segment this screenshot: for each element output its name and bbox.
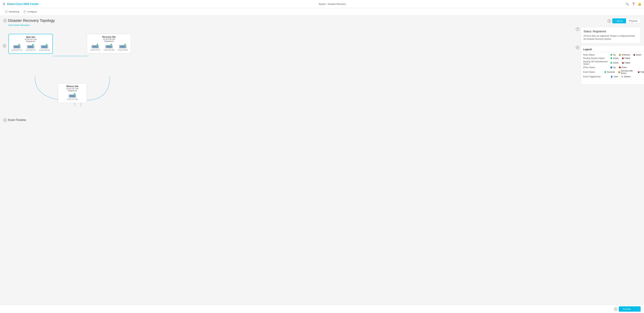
main-content: 2 Disaster Recovery Topology Show Detail… — [0, 16, 644, 135]
witness-site-nodes: 10.30.197.156 — [60, 93, 84, 100]
topology-canvas: 3 Main Site 10.30.197.145 Registered — [4, 27, 573, 116]
legend-text-unknown: Unknown — [622, 54, 630, 56]
legend-item-unknown: ⚠ Unknown — [619, 54, 630, 56]
red-dot-icon-4: ✖ — [638, 71, 640, 73]
legend-row-event-status: Event Status: Success ⚠ Success with Err… — [583, 70, 644, 74]
search-icon[interactable]: 🔍 — [626, 2, 629, 6]
tab-configure[interactable]: 5 Configure — [21, 8, 39, 16]
node-body-1 — [27, 45, 34, 48]
legend-item-success: Success — [604, 71, 615, 73]
status-description: All three sites are registered. Ready to… — [584, 34, 638, 40]
legend-section: 8 Legend Node Status: Up ⚠ Unknown — [576, 46, 640, 84]
legend-item-success-errors: ⚠ Success with Errors — [618, 70, 634, 74]
recovery-node-icon-1 — [105, 44, 113, 48]
legend-row-routing-vip: Routing VIP Advertisement Status: Active… — [583, 60, 644, 65]
logical-view-btn[interactable]: Logical — [612, 18, 626, 23]
tab-configure-label: Configure — [28, 10, 37, 13]
section-badge-4: 4 — [4, 118, 7, 122]
tab-monitoring[interactable]: 1 Monitoring — [3, 8, 21, 16]
witness-body-0 — [68, 94, 76, 98]
tabs-bar: 1 Monitoring 5 Configure — [0, 8, 644, 16]
help-icon[interactable]: ❓ — [632, 2, 635, 6]
show-detail-link[interactable]: Show Detail Information — [8, 24, 30, 26]
legend-text-vip-failed: Failed — [624, 62, 630, 64]
main-site-box: Main Site 10.30.197.145 Registered 10.30… — [8, 34, 53, 54]
legend-title: Legend — [583, 48, 644, 52]
legend-item-vip-active: Active — [610, 62, 619, 64]
witness-site-box: Witness Site 10.30.197.156 Registered 10… — [58, 83, 87, 103]
recovery-site-name: Recovery Site — [90, 36, 128, 38]
legend-text-user: User — [614, 76, 618, 78]
legend-label-triggered-by: Event Triggered by : — [583, 76, 610, 78]
recovery-node-2: 10.30.199.94 — [118, 44, 128, 51]
notifications-icon[interactable]: 🔔 — [638, 2, 641, 6]
legend-item-user: 👤 User — [610, 76, 618, 78]
view-toggle-group: 6 Logical Physical — [608, 18, 640, 23]
red-dot-icon-3: ✖ — [622, 62, 624, 64]
witness-node-ip-0: 10.30.197.156 — [67, 98, 78, 100]
legend-text-down: Down — [636, 54, 641, 56]
main-site-name: Main Site — [11, 36, 50, 38]
recovery-node-icon-0 — [92, 44, 99, 48]
red-dot-icon-2: ✖ — [622, 58, 624, 59]
legend-card: Legend Node Status: Up ⚠ Unknown — [581, 46, 644, 84]
legend-row-ipsec: IPSec Status: Up Down — [583, 66, 644, 69]
legend-text-failed-routing: Failed — [624, 57, 630, 60]
legend-row-triggered-by: Event Triggered by : 👤 User ⚙ System — [583, 76, 644, 78]
recovery-node-ip-0: 10.30.197.97 — [90, 49, 100, 51]
tab-monitoring-badge: 1 — [5, 10, 8, 13]
system-icon: ⚙ — [621, 76, 623, 78]
main-node-icon-1 — [27, 44, 34, 48]
legend-text-ipsec-down: Down — [622, 66, 627, 69]
legend-text-success-errors: Success with Errors — [621, 70, 634, 74]
main-node-1: 10.30.197.72 — [26, 44, 36, 51]
nav-icons: 🔍 ❓ 🔔 — [626, 2, 641, 6]
recovery-body-0 — [92, 45, 99, 48]
legend-row-routing-session: Routing Session Status: Active ✖ Failed — [583, 57, 644, 60]
recovery-body-2 — [119, 45, 126, 48]
legend-item-failed-routing: ✖ Failed — [622, 57, 630, 60]
main-node-ip-2: 10.30.199.161 — [39, 49, 50, 51]
legend-label-ipsec: IPSec Status: — [583, 66, 610, 69]
nav-left: ☰ Cisco Cisco DNA Center — [3, 2, 39, 6]
main-node-icon-2 — [41, 44, 48, 48]
section-badge-3: 3 — [3, 44, 6, 48]
witness-node-icon-0 — [68, 93, 76, 98]
recovery-node-0: 10.30.197.97 — [90, 44, 100, 51]
brand-logo: Cisco Cisco DNA Center — [7, 2, 39, 6]
top-nav: ☰ Cisco Cisco DNA Center System · Disast… — [0, 0, 644, 8]
section-badge-8: 8 — [576, 46, 579, 49]
legend-text-up: Up — [613, 54, 616, 56]
recovery-body-1 — [105, 45, 113, 48]
legend-label-event-status: Event Status: — [583, 71, 604, 73]
status-card: Status: Registered All three sites are r… — [581, 27, 640, 44]
hamburger-icon[interactable]: ☰ — [3, 2, 5, 6]
orange-dot-icon-2: ⚠ — [618, 71, 620, 73]
main-node-0: 10.30.197.172 — [12, 44, 22, 51]
recovery-node-ip-2: 10.30.199.94 — [118, 49, 128, 51]
legend-item-vip-failed: ✖ Failed — [622, 62, 630, 64]
physical-view-btn[interactable]: Physical — [626, 18, 640, 23]
user-icon: 👤 — [610, 76, 613, 78]
status-section: 7 Status: Registered All three sites are… — [576, 27, 640, 44]
nav-breadcrumb: System · Disaster Recovery — [318, 3, 346, 5]
status-title: Status: Registered — [584, 30, 638, 33]
main-site-nodes: 10.30.197.172 10.30.197.72 — [11, 44, 50, 51]
legend-item-event-failed: ✖ Failed — [638, 71, 644, 73]
legend-text-success: Success — [607, 71, 615, 73]
recovery-node-icon-2 — [119, 44, 126, 48]
main-node-ip-0: 10.30.197.172 — [12, 49, 22, 51]
main-site-ip: 10.30.197.145 — [11, 38, 50, 40]
recovery-site-ip: 10.30.199.160 — [90, 38, 128, 40]
tab-monitoring-label: Monitoring — [9, 10, 19, 13]
witness-site-name: Witness Site — [60, 85, 84, 88]
main-node-2: 10.30.199.161 — [39, 44, 50, 51]
node-body-0 — [13, 45, 20, 48]
legend-text-active: Active — [613, 57, 619, 60]
section-badge-7: 7 — [576, 28, 579, 31]
tab-configure-badge: 5 — [23, 10, 26, 13]
page-header: 2 Disaster Recovery Topology Show Detail… — [4, 18, 640, 26]
event-timeline-section: 4 Event Timeline — [4, 118, 640, 132]
red-sq-icon — [619, 66, 621, 68]
section-badge-2: 2 — [4, 19, 7, 22]
